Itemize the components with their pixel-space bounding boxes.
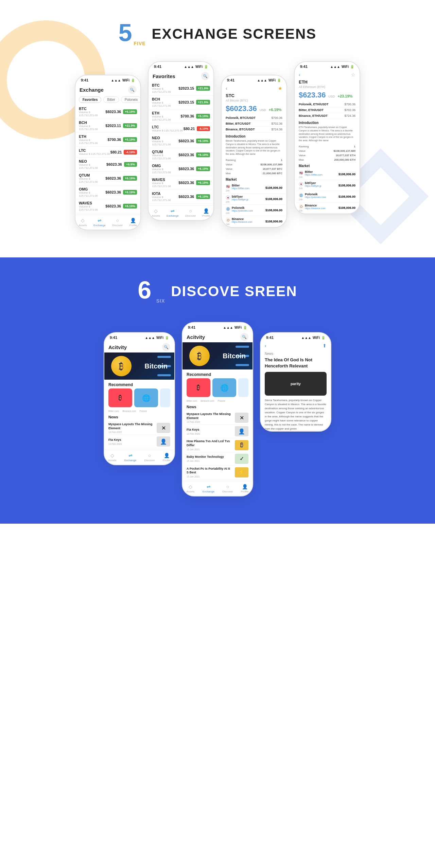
section-big-number-6: 6 [138, 278, 151, 302]
rec-card-btc-2[interactable]: ₿ [187, 378, 210, 397]
phone-article: 9:41 ▲▲▲WiFi🔋 ‹ ⬆ News The Idea Of God I… [260, 332, 331, 432]
search-icon-act1[interactable]: 🔍 [162, 343, 170, 351]
list2-eth: ETHVolume $ 115,712,271.00 $700.36+5.19% [149, 109, 213, 123]
article-section-label: News [261, 350, 331, 356]
eth-pair-2: Bitter, ETH/USDT$702.36 [295, 107, 360, 113]
market-bitflyer: 🇯🇵 bitFlyerhttps://bitflyer.jp 24h $108,… [222, 194, 286, 205]
list2-qtum: QTUMVolume $ 115,712,271.00 $6023.36+6.1… [149, 148, 213, 162]
btc-symbol: STC [222, 93, 286, 99]
tab-bitter[interactable]: Bitter [103, 96, 119, 103]
rec-card-net-2[interactable]: 🌐 [212, 378, 236, 397]
eth-price-row: $623.36 USD +23.19% [295, 90, 360, 102]
news-thumb-long-2: 👤 [235, 426, 248, 436]
btc-price-row: $6023.36 USD +6.19% [222, 104, 286, 115]
eth-currency: USD [329, 95, 335, 98]
phone-eth-detail: 9:41 ▲▲▲WiFi🔋 ‹ ☆ ETH All Ethereum (ETH)… [294, 61, 360, 214]
nav-discover-2[interactable]: ○Discover [185, 208, 196, 217]
eth-pair-3: Binance, ETH/USDT$724.36 [295, 113, 360, 119]
nav-assets-5[interactable]: ◇Assets [108, 453, 117, 462]
intro-label: Introduction [222, 132, 286, 139]
favorite-button[interactable]: ★ [278, 86, 282, 91]
section-number-five: 5 FIVE [119, 20, 146, 48]
news-thumb-1: ✕ [157, 423, 170, 433]
back-button[interactable]: ‹ [226, 86, 227, 91]
status-bar-7: 9:41 ▲▲▲WiFi🔋 [261, 333, 331, 341]
coin-row-btc: BTCVolume $ 115,712,271.00 $6023.36+6.19… [75, 105, 140, 119]
banner-bitcoin-text-2: Bitcoin [223, 352, 246, 360]
eth-market-label: Market [295, 162, 360, 169]
phone-btc-detail: 9:41 ▲▲▲WiFi🔋 ‹ ★ STC All Bitcoin (BTC) … [221, 75, 287, 228]
bitcoin-banner-2: ₿ Bitcoin [182, 342, 253, 369]
list2-omg: OMGVolume $ 115,712,271.00 $6023.36+6.19… [149, 162, 213, 176]
eth-market-poloniex: 🌐 Poloneikhttps://poloniex.com 24h $108,… [295, 191, 360, 202]
search-icon[interactable]: 🔍 [128, 86, 136, 94]
eth-market-binance: ⬡ Binancehttps://binance.com 24h $108,00… [295, 202, 360, 214]
nav-exchange-2[interactable]: ⇌Exchange [167, 208, 179, 217]
discover-phones-row: 9:41 ▲▲▲WiFi🔋 Acitvity 🔍 ₿ Bitcoin Recom… [0, 322, 435, 496]
bottom-nav-6: ◇Assets ⇌Exchange ○Discover 👤Profile [182, 481, 253, 496]
nav-assets-2[interactable]: ◇Assets [152, 208, 160, 217]
share-icon[interactable]: ⬆ [323, 343, 327, 348]
btc-currency: USD [260, 108, 266, 112]
rec-card-small[interactable] [160, 388, 170, 407]
phone-favorites: 9:41 ▲▲▲WiFi🔋 Favorites 🔍 BTCVolume $ 11… [148, 61, 214, 221]
nav-profile-6[interactable]: 👤Profile [241, 484, 249, 493]
nav-exchange[interactable]: ⇌Exchange [93, 218, 106, 227]
activity-header-1: Acitvity 🔍 [104, 341, 174, 352]
list2-ltc: LTCVolume $ 115,712,271.00 $80.21-4.19% [149, 123, 213, 134]
rec-card-small-2[interactable] [238, 378, 248, 397]
btc-pair-3: Binance, BTC/USDT$724.36 [222, 127, 286, 132]
rec-card-network[interactable]: 🌐 [134, 388, 158, 407]
news-long-5: A Pocket Pc Is Portability At It S Best … [187, 466, 248, 480]
nav-discover-5[interactable]: ○Discover [144, 453, 155, 462]
btc-volume: Value16,677,037 BTC [222, 167, 286, 171]
banner-bitcoin-text: Bitcoin [144, 362, 168, 370]
rec-card-bitcoin[interactable]: ₿ [108, 388, 132, 407]
star-outline-icon[interactable]: ☆ [351, 72, 355, 77]
search-icon-act2[interactable]: 🔍 [240, 333, 248, 341]
news-section-1: News Myspace Layouts The Missing Element… [104, 414, 174, 448]
coin-row-eth: ETHVolume $ 115,712,271.00 $700.36+5.19% [75, 133, 140, 147]
eth-price: $623.36 [299, 91, 326, 100]
nav-assets[interactable]: ◇Assets [79, 218, 87, 227]
article-back-button[interactable]: ‹ [265, 343, 266, 348]
market-binance: ⬡ Binancehttps://binance.com 24h $108,00… [222, 216, 286, 227]
phone-activity-1: 9:41 ▲▲▲WiFi🔋 Acitvity 🔍 ₿ Bitcoin Recom… [104, 332, 175, 465]
section-number-six: 6 SIX [138, 278, 165, 305]
btc-ranking: Ranking1 [222, 158, 286, 162]
nav-profile-5[interactable]: 👤Profile [163, 453, 171, 462]
section-word: FIVE [134, 41, 145, 46]
bottom-nav-2: ◇Assets ⇌Exchange ○Discover 👤Profile [149, 205, 213, 220]
nav-profile[interactable]: 👤Profile [129, 218, 137, 227]
search-icon-2[interactable]: 🔍 [201, 72, 209, 80]
market-label: Market [222, 176, 286, 182]
tab-poloneix[interactable]: Poloneix [121, 96, 141, 103]
coin-row-omg: OMGVolume $ 115,712,271.00 $6023.36+6.19… [75, 185, 140, 199]
nav-assets-6[interactable]: ◇Assets [187, 484, 195, 493]
eth-volume: Value16,677,037 ETH [295, 153, 360, 158]
article-image: parity [265, 372, 327, 396]
news-thumb-long-3: ₿ [235, 440, 248, 450]
coin-row-bch: BCHVolume $ 115,712,271.00 $2023.11+21.9… [75, 119, 140, 133]
nav-discover-6[interactable]: ○Discover [222, 484, 233, 493]
tab-favorites[interactable]: Favorites [79, 96, 101, 103]
tab-bar-exchange: Favorites Bitter Poloneix [75, 95, 140, 105]
bitcoin-coin-2: ₿ [189, 346, 210, 366]
nav-exchange-6[interactable]: ⇌Exchange [203, 484, 215, 493]
btc-full-name: All Bitcoin (BTC) [222, 99, 286, 104]
status-bar-4: 9:41 ▲▲▲WiFi🔋 [295, 62, 360, 70]
market-poloniex: 🌐 Poloneikhttps://poloniex.com 24h $108,… [222, 205, 286, 216]
nav-exchange-5[interactable]: ⇌Exchange [124, 453, 137, 462]
nav-discover[interactable]: ○Discover [112, 218, 123, 227]
bitcoin-banner-1: ₿ Bitcoin [104, 352, 174, 380]
eth-symbol: ETH [295, 79, 360, 85]
eth-change: +23.19% [338, 94, 353, 98]
news-long-4: Baby Monitor Technology 15 Jun 2021 ✓ [187, 452, 248, 466]
coin-row-neo: NEOVolume $ 115,712,271.00 $6023.36+6.9% [75, 158, 140, 171]
nav-profile-2[interactable]: 👤Profile [203, 208, 210, 217]
recommend-row-2: ₿ 🌐 [182, 378, 253, 400]
back-button-eth[interactable]: ‹ [299, 72, 300, 77]
bottom-nav-1: ◇Assets ⇌Exchange ○Discover 👤Profile [75, 215, 140, 230]
list2-waves: WAVESVolume $ 115,712,271.00 $6023.36+6.… [149, 176, 213, 190]
coin-list-2: BTCVolume $ 115,712,271.00 $2023.15+21.9… [149, 82, 213, 204]
